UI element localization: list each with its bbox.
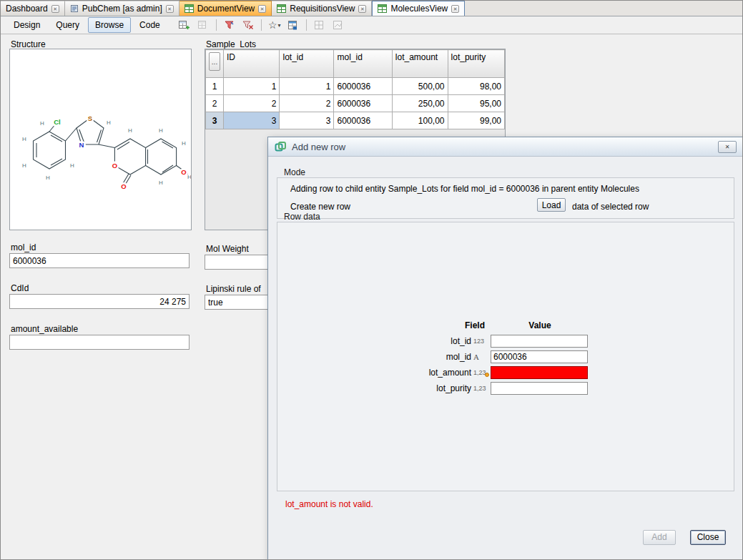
- clear-filter-icon[interactable]: [240, 18, 257, 32]
- lot-id-value-input[interactable]: [491, 335, 588, 348]
- field-name: mol_id: [359, 352, 473, 362]
- validation-error-text: lot_amount is not valid.: [285, 499, 373, 509]
- field-name: lot_purity: [359, 383, 473, 393]
- filter-icon[interactable]: [221, 18, 238, 32]
- h-atom-label: H: [187, 174, 191, 180]
- tab-dashboard[interactable]: Dashboard ✕: [1, 1, 65, 16]
- tab-close-icon[interactable]: ✕: [451, 5, 459, 13]
- add-button[interactable]: Add: [643, 530, 676, 545]
- dialog-title: Add new row: [292, 142, 345, 152]
- dialog-title-bar[interactable]: Add new row ✕: [268, 137, 743, 157]
- cell-lot-id[interactable]: 3: [280, 112, 334, 129]
- table-data-icon[interactable]: [285, 18, 302, 32]
- field-column-header: Field: [359, 320, 491, 333]
- s-atom-label: S: [88, 114, 92, 122]
- tab-requisitionsview[interactable]: RequisitionsView ✕: [272, 1, 372, 16]
- cell-lot-purity[interactable]: 95,00: [448, 95, 504, 112]
- table-row[interactable]: 2 2 2 6000036 250,00 95,00: [206, 95, 505, 112]
- tab-label: MoleculesView: [390, 4, 448, 14]
- h-atom-label: H: [22, 136, 26, 142]
- h-atom-label: H: [46, 175, 50, 181]
- value-column-header: Value: [491, 320, 589, 333]
- load-suffix-text: data of selected row: [572, 202, 649, 212]
- h-atom-label: H: [159, 127, 163, 134]
- grid-view-icon[interactable]: [311, 18, 328, 32]
- cell-id[interactable]: 2: [224, 95, 280, 112]
- table-row-selected[interactable]: 3 3 3 6000036 100,00 99,00: [206, 112, 505, 129]
- table-row[interactable]: 1 1 1 6000036 500,00 98,00: [206, 78, 505, 95]
- structure-panel[interactable]: Cl S N O O O H H H H H H H H H H H: [9, 49, 192, 230]
- cell-lot-id[interactable]: 1: [280, 78, 334, 95]
- create-new-row-text: Create new row: [290, 202, 350, 212]
- amount-available-field[interactable]: [9, 335, 190, 350]
- h-atom-label: H: [22, 162, 26, 169]
- add-new-row-dialog: Add new row ✕ Mode Adding row to child e…: [267, 137, 743, 560]
- cell-mol-id[interactable]: 6000036: [334, 112, 392, 129]
- favorites-star-icon[interactable]: ☆▾: [266, 18, 283, 32]
- mol-id-field[interactable]: [9, 253, 190, 268]
- row-number[interactable]: 3: [206, 112, 224, 129]
- toolbar-separator: [306, 19, 307, 31]
- cell-mol-id[interactable]: 6000036: [334, 95, 392, 112]
- row-number[interactable]: 1: [206, 78, 224, 95]
- cdid-field[interactable]: [9, 294, 190, 309]
- tab-close-icon[interactable]: ✕: [358, 5, 366, 13]
- form-view-icon[interactable]: [330, 18, 347, 32]
- table-view-icon: [277, 4, 286, 13]
- table-options-button[interactable]: ...: [209, 52, 220, 71]
- tab-label: DocumentView: [197, 4, 255, 14]
- design-button[interactable]: Design: [6, 17, 47, 33]
- tab-close-icon[interactable]: ✕: [51, 5, 59, 13]
- grid-row-lot-purity: lot_purity 1,23: [359, 380, 591, 396]
- h-atom-label: H: [107, 119, 111, 126]
- tab-bar: Dashboard ✕ PubChem [as admin] ✕ Documen…: [1, 1, 742, 16]
- warning-dot-icon: [485, 373, 489, 377]
- sample-lots-label: Sample_Lots: [206, 39, 256, 49]
- column-header-lot-purity[interactable]: lot_purity: [448, 50, 504, 78]
- query-button[interactable]: Query: [49, 17, 87, 33]
- tab-moleculesview[interactable]: MoleculesView ✕: [372, 1, 465, 16]
- mol-id-value-input[interactable]: [491, 350, 588, 363]
- cell-lot-id[interactable]: 2: [280, 95, 334, 112]
- mol-weight-label: Mol Weight: [206, 244, 249, 254]
- cell-mol-id[interactable]: 6000036: [334, 78, 392, 95]
- cell-lot-purity[interactable]: 98,00: [448, 78, 504, 95]
- lipinski-label: Lipinski rule of: [206, 284, 261, 294]
- delete-table-icon[interactable]: [195, 18, 212, 32]
- lot-purity-value-input[interactable]: [491, 382, 588, 395]
- field-name: lot_id: [359, 336, 473, 346]
- cell-id[interactable]: 3: [224, 112, 280, 129]
- chevron-down-icon: ▾: [278, 22, 281, 29]
- column-header-id[interactable]: ID: [224, 50, 280, 78]
- dialog-close-button[interactable]: ✕: [718, 141, 737, 153]
- toolbar-separator: [261, 19, 262, 31]
- h-atom-label: H: [40, 120, 44, 127]
- close-button[interactable]: Close: [690, 530, 726, 545]
- cl-atom-label: Cl: [54, 118, 61, 126]
- column-header-lot-amount[interactable]: lot_amount: [392, 50, 448, 78]
- molecule-drawing: Cl S N O O O H H H H H H H H H H H: [10, 49, 191, 230]
- tab-documentview[interactable]: DocumentView ✕: [179, 1, 272, 16]
- row-data-label: Row data: [284, 212, 320, 222]
- lot-amount-value-input[interactable]: [491, 366, 588, 379]
- tab-pubchem[interactable]: PubChem [as admin] ✕: [65, 1, 179, 16]
- code-button[interactable]: Code: [132, 17, 167, 33]
- tab-close-icon[interactable]: ✕: [166, 5, 174, 13]
- add-table-icon[interactable]: [176, 18, 193, 32]
- cell-lot-amount[interactable]: 250,00: [392, 95, 448, 112]
- cell-lot-amount[interactable]: 500,00: [392, 78, 448, 95]
- tab-close-icon[interactable]: ✕: [258, 5, 266, 13]
- structure-label: Structure: [11, 39, 46, 49]
- o-atom-label: O: [181, 168, 186, 176]
- table-header-row: ... ID lot_id mol_id lot_amount lot_puri…: [206, 50, 505, 78]
- row-number[interactable]: 2: [206, 95, 224, 112]
- load-button[interactable]: Load: [537, 198, 566, 212]
- column-header-lot-id[interactable]: lot_id: [280, 50, 334, 78]
- browse-button[interactable]: Browse: [88, 17, 131, 33]
- table-view-icon: [378, 4, 387, 13]
- cell-lot-purity[interactable]: 99,00: [448, 112, 504, 129]
- column-header-mol-id[interactable]: mol_id: [334, 50, 392, 78]
- amount-available-label: amount_available: [11, 324, 78, 334]
- cell-id[interactable]: 1: [224, 78, 280, 95]
- cell-lot-amount[interactable]: 100,00: [392, 112, 448, 129]
